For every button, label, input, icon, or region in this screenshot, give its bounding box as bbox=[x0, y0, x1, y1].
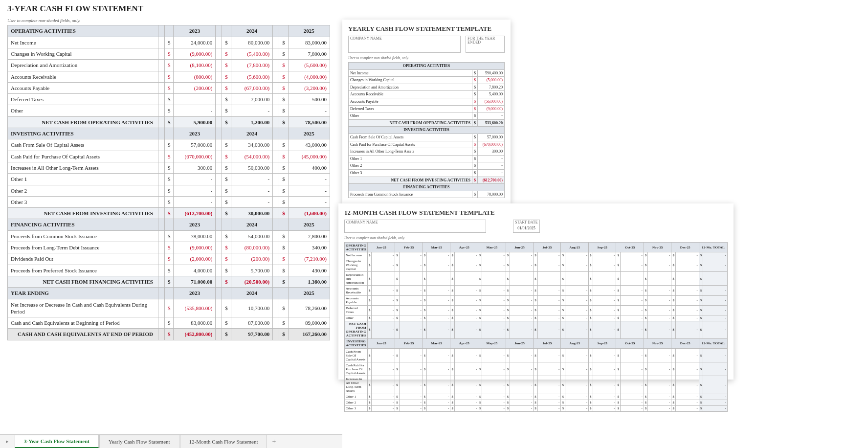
cell[interactable]: 78,260.00 bbox=[288, 299, 330, 317]
m-cell[interactable]: - bbox=[372, 305, 395, 315]
m-cell[interactable]: - bbox=[565, 405, 588, 411]
m-cell[interactable]: - bbox=[482, 400, 506, 405]
m-cell[interactable]: - bbox=[454, 394, 478, 400]
m-cell[interactable]: - bbox=[510, 258, 534, 272]
m-cell[interactable]: - bbox=[593, 315, 616, 321]
m-cell[interactable]: - bbox=[427, 272, 450, 286]
cell[interactable]: (5,400.00) bbox=[231, 48, 272, 59]
m-cell[interactable]: - bbox=[675, 272, 699, 286]
m-cell[interactable]: - bbox=[620, 252, 644, 258]
m-cell[interactable]: - bbox=[620, 405, 644, 411]
mini-cell[interactable]: 57,000.00 bbox=[478, 134, 505, 141]
tabs-nav-icon[interactable]: ▸ bbox=[0, 438, 15, 445]
cell[interactable]: 10,700.00 bbox=[231, 299, 272, 317]
m-cell[interactable]: - bbox=[510, 315, 534, 321]
m-cell[interactable]: - bbox=[510, 400, 534, 405]
m-cell[interactable]: - bbox=[454, 295, 478, 305]
m-cell[interactable]: - bbox=[372, 295, 395, 305]
m-cell[interactable]: - bbox=[510, 405, 534, 411]
mini-cell[interactable]: (9,000.00) bbox=[478, 105, 505, 112]
m-cell[interactable]: - bbox=[427, 376, 450, 394]
m-cell[interactable]: - bbox=[648, 405, 671, 411]
m-cell[interactable]: - bbox=[510, 272, 534, 286]
mini-cell[interactable]: - bbox=[478, 155, 505, 162]
m-cell[interactable]: - bbox=[372, 315, 395, 321]
cell[interactable]: 87,000.00 bbox=[231, 317, 272, 329]
m-cell[interactable]: - bbox=[482, 305, 506, 315]
m-cell[interactable]: - bbox=[537, 400, 561, 405]
m-cell[interactable]: - bbox=[482, 394, 506, 400]
m-cell[interactable]: - bbox=[593, 252, 616, 258]
mini-cell[interactable]: (56,000.00) bbox=[478, 98, 505, 105]
cell[interactable]: (535,800.00) bbox=[174, 299, 216, 317]
m-cell[interactable]: - bbox=[620, 272, 644, 286]
add-sheet-icon[interactable]: + bbox=[267, 438, 280, 446]
m-cell[interactable]: - bbox=[372, 272, 395, 286]
m-cell[interactable]: - bbox=[648, 295, 671, 305]
m-cell[interactable]: - bbox=[593, 258, 616, 272]
m-cell[interactable]: - bbox=[399, 394, 423, 400]
m-cell[interactable]: - bbox=[372, 349, 395, 362]
m-cell[interactable]: - bbox=[454, 376, 478, 394]
cell[interactable]: (200.00) bbox=[231, 253, 272, 265]
m-cell[interactable]: - bbox=[399, 315, 423, 321]
m-cell[interactable]: - bbox=[620, 400, 644, 405]
cell[interactable]: (800.00) bbox=[174, 71, 216, 82]
m-cell[interactable]: - bbox=[482, 315, 506, 321]
cell[interactable]: 340.00 bbox=[288, 242, 330, 253]
tab-monthly[interactable]: 12-Month Cash Flow Statement bbox=[180, 435, 267, 448]
m-cell[interactable]: - bbox=[620, 258, 644, 272]
cell[interactable]: 34,000.00 bbox=[231, 139, 272, 151]
m-cell[interactable]: - bbox=[537, 272, 561, 286]
m-cell[interactable]: - bbox=[565, 349, 588, 362]
m-cell[interactable]: - bbox=[454, 405, 478, 411]
mini-cell[interactable]: 78,000.00 bbox=[478, 191, 505, 198]
cell[interactable]: (4,000.00) bbox=[288, 71, 330, 82]
m-cell[interactable]: - bbox=[482, 376, 506, 394]
m-cell[interactable]: - bbox=[675, 286, 699, 295]
cell[interactable]: - bbox=[288, 174, 330, 185]
cell[interactable]: - bbox=[231, 105, 272, 116]
m-cell[interactable]: - bbox=[593, 305, 616, 315]
cell[interactable]: 7,800.00 bbox=[288, 230, 330, 242]
m-cell[interactable]: - bbox=[399, 362, 423, 376]
mini-cell[interactable]: 5,400.00 bbox=[478, 91, 505, 98]
m-cell[interactable]: - bbox=[427, 394, 450, 400]
m-cell[interactable]: - bbox=[565, 400, 588, 405]
m-cell[interactable]: - bbox=[510, 349, 534, 362]
m-cell[interactable]: - bbox=[620, 295, 644, 305]
cell[interactable]: (3,200.00) bbox=[288, 82, 330, 93]
m-cell[interactable]: - bbox=[620, 349, 644, 362]
cell[interactable]: 83,000.00 bbox=[288, 37, 330, 48]
mini-cell[interactable]: (5,000.00) bbox=[478, 77, 505, 84]
m-cell[interactable]: - bbox=[537, 305, 561, 315]
cell[interactable]: (9,000.00) bbox=[174, 48, 216, 59]
m-cell[interactable]: - bbox=[620, 362, 644, 376]
m-cell[interactable]: - bbox=[454, 349, 478, 362]
m-cell[interactable]: - bbox=[399, 295, 423, 305]
mini-cell[interactable]: 300.00 bbox=[478, 148, 505, 156]
m-cell[interactable]: - bbox=[675, 315, 699, 321]
m-cell[interactable]: - bbox=[593, 362, 616, 376]
m-cell[interactable]: - bbox=[482, 272, 506, 286]
m-cell[interactable]: - bbox=[675, 405, 699, 411]
tab-yearly[interactable]: Yearly Cash Flow Statement bbox=[99, 435, 179, 448]
m-cell[interactable]: - bbox=[537, 362, 561, 376]
m-cell[interactable]: - bbox=[565, 362, 588, 376]
cell[interactable]: (7,800.00) bbox=[231, 60, 272, 71]
m-cell[interactable]: - bbox=[593, 376, 616, 394]
cell[interactable]: - bbox=[231, 174, 272, 185]
m-cell[interactable]: - bbox=[648, 252, 671, 258]
m-cell[interactable]: - bbox=[675, 252, 699, 258]
m-cell[interactable]: - bbox=[648, 376, 671, 394]
m-cell[interactable]: - bbox=[565, 272, 588, 286]
m-cell[interactable]: - bbox=[565, 286, 588, 295]
m-cell[interactable]: - bbox=[648, 315, 671, 321]
cell[interactable]: - bbox=[174, 94, 216, 105]
cell[interactable]: - bbox=[288, 105, 330, 116]
m-cell[interactable]: - bbox=[454, 362, 478, 376]
m-cell[interactable]: - bbox=[537, 315, 561, 321]
mini-cell[interactable]: 7,800.20 bbox=[478, 84, 505, 91]
m-cell[interactable]: - bbox=[454, 400, 478, 405]
cell[interactable]: 57,000.00 bbox=[174, 139, 216, 151]
